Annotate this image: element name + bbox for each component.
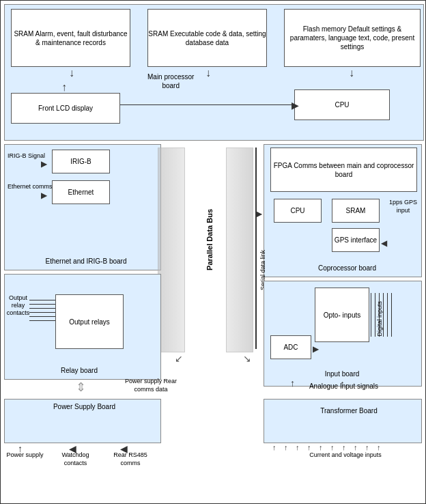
main-diagram: Main processorboard SRAM Alarm, event, f… xyxy=(0,0,426,504)
power-supply-rear-comms-label: Power supply Rear comms data xyxy=(120,378,182,393)
arrow-cv2: ↑ xyxy=(284,443,288,451)
arrow-bus-relay: ↙ xyxy=(175,353,183,364)
main-processor-label: Main processorboard xyxy=(147,72,194,90)
arrow-power-supply: ↑ xyxy=(18,443,23,454)
output-relays-box: Output relays xyxy=(55,294,124,349)
arrow-rs485: ◀ xyxy=(120,443,128,454)
fpga-box: FPGA Comms between main and coprocessor … xyxy=(270,148,417,192)
arrow-watchdog: ◀ xyxy=(69,443,76,454)
eth-comms-label: Ethernet comms xyxy=(8,183,53,191)
power-supply-board-label: Power Supply Board xyxy=(11,402,158,411)
adc-box: ADC xyxy=(270,335,311,359)
gps-input-label: 1pps GPS input xyxy=(384,199,422,214)
flash-memory-box: Flash memory Default settings & paramate… xyxy=(284,9,421,67)
arrow-adc-opto: ▶ xyxy=(313,344,319,354)
arrow-sram1-down: ↓ xyxy=(69,67,74,79)
lcd-display-box: Front LCD display xyxy=(11,93,120,124)
current-voltage-label: Current and voltage inputs xyxy=(267,451,424,460)
rear-rs485-label: Rear RS485 comms xyxy=(106,451,154,467)
cpu-main-box: CPU xyxy=(294,89,390,120)
line-lcd-cpu xyxy=(120,104,294,105)
sram-exec-box: SRAM Executable code & data, setting dat… xyxy=(147,9,267,67)
arrow-cv7: ↑ xyxy=(342,443,346,451)
arrow-analogue: ↑ xyxy=(290,378,295,389)
arrow-to-cpu: ▶ xyxy=(292,100,299,111)
gps-interface-box: GPS interface xyxy=(332,228,380,252)
arrow-transformer-up: ↑ xyxy=(340,378,345,389)
coprocessor-label: Coprocessor board xyxy=(274,264,421,272)
digital-inputs-label: Digital inputs xyxy=(376,301,384,337)
opto-inputs-box: Opto- inputs xyxy=(315,288,369,342)
transformer-label: Transformer Board xyxy=(287,406,410,415)
arrow-cv3: ↑ xyxy=(296,443,300,451)
transformer-section xyxy=(264,399,422,443)
arrow-flash-down: ↓ xyxy=(349,67,354,79)
irigb-signal-label: IRIG-B Signal xyxy=(8,152,45,160)
sram-alarm-box: SRAM Alarm, event, fault disturbance & m… xyxy=(11,9,130,67)
eth-irigb-label: Ethernet and IRIG-B board xyxy=(14,257,158,266)
arrow-sram2-down: ↓ xyxy=(205,67,211,79)
irigb-box: IRIG-B xyxy=(52,150,110,173)
arrow-cv4: ↑ xyxy=(307,443,311,451)
arrow-power-up: ⇕ xyxy=(76,380,86,395)
arrow-bus-input: ↘ xyxy=(243,353,251,364)
arrow-irigb: ▶ xyxy=(41,159,47,169)
ethernet-box: Ethernet xyxy=(52,180,110,204)
relay-lines xyxy=(29,300,55,321)
arrow-cv6: ↑ xyxy=(330,443,335,451)
arrow-eth: ▶ xyxy=(41,191,47,200)
arrow-serial-coprocessor: ▶ xyxy=(256,209,262,219)
arrow-cv8: ↑ xyxy=(354,443,358,451)
arrow-cv5: ↑ xyxy=(319,443,323,451)
output-relay-contacts-label: Output relay contacts xyxy=(6,294,30,316)
arrow-cv10: ↑ xyxy=(377,443,381,451)
cpu-coprocessor-box: CPU xyxy=(274,199,322,223)
arrow-lcd-up: ↑ xyxy=(61,81,67,94)
sram-small-box: SRAM xyxy=(332,199,380,223)
input-board-label: Input board xyxy=(284,369,400,378)
parallel-bus-label: Parallel Data Bus xyxy=(163,165,255,315)
arrow-gps: ◀ xyxy=(381,238,387,248)
arrow-cv1: ↑ xyxy=(272,443,276,451)
arrow-cv9: ↑ xyxy=(365,443,369,451)
power-supply-label: Power supply xyxy=(6,451,44,460)
relay-label: Relay board xyxy=(35,366,124,375)
